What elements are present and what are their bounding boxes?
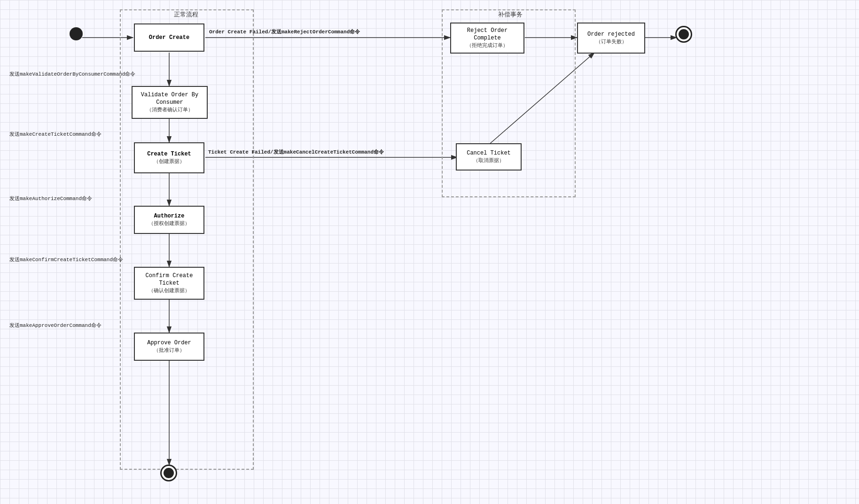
state-cancel-ticket: Cancel Ticket （取消票据）	[456, 143, 522, 171]
end-node-bottom	[162, 466, 176, 480]
state-reject-cn: （拒绝完成订单）	[467, 42, 508, 49]
label-order-create-failed: Order Create Failed/发送makeRejectOrderCom…	[209, 28, 360, 35]
state-confirm-ticket-cn: （确认创建票据）	[148, 287, 190, 295]
label-ticket-create-failed: Ticket Create Failed/发送makeCancelCreateT…	[208, 148, 384, 155]
normal-flow-label: 正常流程	[174, 10, 198, 19]
state-authorize-label: Authorize	[154, 212, 185, 220]
state-validate-cn: （消费者确认订单）	[147, 107, 193, 114]
state-validate-order: Validate Order By Consumer （消费者确认订单）	[132, 86, 208, 119]
state-authorize: Authorize （授权创建票据）	[134, 206, 204, 234]
diagram-canvas: 正常流程 补偿事务 Order Create Validate Order By…	[0, 0, 859, 504]
state-create-ticket-label: Create Ticket	[147, 150, 191, 158]
state-approve-order: Approve Order （批准订单）	[134, 333, 204, 361]
state-reject-label: Reject Order Complete	[455, 27, 520, 43]
state-confirm-ticket: Confirm Create Ticket （确认创建票据）	[134, 267, 204, 300]
state-order-create: Order Create	[134, 23, 204, 52]
state-reject-order-complete: Reject Order Complete （拒绝完成订单）	[450, 23, 524, 54]
label-confirm-cmd: 发送makeConfirmCreateTicketCommand命令	[9, 256, 123, 263]
state-order-rejected-cn: （订单失败）	[596, 39, 627, 46]
state-authorize-cn: （授权创建票据）	[148, 220, 190, 227]
state-create-ticket: Create Ticket （创建票据）	[134, 142, 204, 173]
state-order-rejected: Order rejected （订单失败）	[577, 23, 645, 54]
state-cancel-ticket-cn: （取消票据）	[473, 157, 504, 164]
state-validate-label: Validate Order By Consumer	[136, 91, 203, 107]
state-confirm-ticket-label: Confirm Create Ticket	[139, 272, 200, 288]
normal-flow-region	[120, 9, 254, 470]
state-approve-order-cn: （批准订单）	[154, 347, 185, 354]
compensation-label: 补偿事务	[498, 10, 523, 19]
label-approve-cmd: 发送makeApproveOrderCommand命令	[9, 322, 102, 329]
final-end-node	[677, 27, 691, 41]
state-order-create-label: Order Create	[149, 34, 189, 42]
state-order-rejected-label: Order rejected	[587, 31, 635, 39]
start-node	[70, 27, 83, 40]
label-validate-cmd: 发送makeValidateOrderByConsumerCommand命令	[9, 70, 135, 78]
state-cancel-ticket-label: Cancel Ticket	[467, 149, 511, 157]
state-approve-order-label: Approve Order	[147, 339, 191, 347]
label-create-ticket-cmd: 发送makeCreateTicketCommand命令	[9, 131, 102, 138]
state-create-ticket-cn: （创建票据）	[154, 158, 185, 165]
label-authorize-cmd: 发送makeAuthorizeCommand命令	[9, 195, 92, 202]
